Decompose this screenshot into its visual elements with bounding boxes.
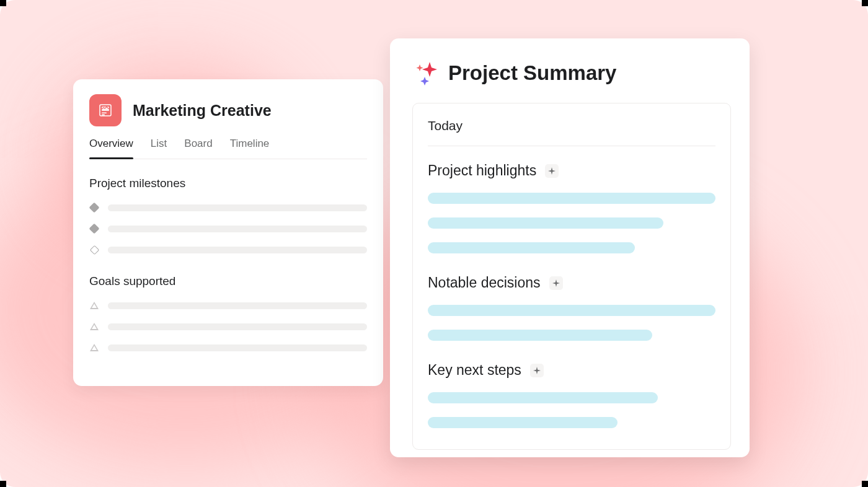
subsection-title: Notable decisions <box>428 274 541 291</box>
goals-section-title: Goals supported <box>89 274 367 288</box>
content-placeholder <box>428 217 663 229</box>
svg-rect-2 <box>102 113 107 114</box>
summary-header: Project Summary <box>412 59 731 87</box>
tabs: Overview List Board Timeline <box>89 138 367 159</box>
subsection-title: Project highlights <box>428 162 536 179</box>
project-header: Marketing Creative <box>89 94 367 126</box>
subsection-title: Key next steps <box>428 362 521 379</box>
ai-sparkle-icon[interactable] <box>530 364 544 377</box>
today-label: Today <box>428 118 715 146</box>
content-placeholder <box>428 330 652 341</box>
tab-list[interactable]: List <box>151 138 167 159</box>
milestone-row <box>89 203 367 213</box>
milestone-complete-icon <box>89 224 99 234</box>
svg-rect-3 <box>102 115 105 116</box>
subsection-next-steps: Key next steps <box>428 362 715 379</box>
ai-sparkle-icon[interactable] <box>549 276 563 290</box>
sparkle-icon <box>412 59 440 87</box>
tab-timeline[interactable]: Timeline <box>230 138 270 159</box>
milestones-section-title: Project milestones <box>89 177 367 190</box>
content-placeholder <box>428 417 618 428</box>
placeholder-line <box>108 344 367 351</box>
goal-icon <box>89 322 99 331</box>
project-icon <box>89 94 122 126</box>
milestone-row <box>89 245 367 255</box>
milestone-row <box>89 224 367 234</box>
project-card: Marketing Creative Overview List Board T… <box>73 79 383 386</box>
content-placeholder <box>428 242 635 253</box>
summary-body: Today Project highlights Notable decisio… <box>412 103 731 450</box>
goal-icon <box>89 343 99 353</box>
goal-icon <box>89 301 99 310</box>
milestone-open-icon <box>89 245 99 255</box>
placeholder-line <box>108 204 367 211</box>
content-placeholder <box>428 392 658 403</box>
summary-card: Project Summary Today Project highlights… <box>390 38 750 457</box>
placeholder-line <box>108 247 367 253</box>
content-placeholder <box>428 193 715 204</box>
subsection-highlights: Project highlights <box>428 162 715 179</box>
goal-row <box>89 343 367 353</box>
content-placeholder <box>428 305 715 316</box>
subsection-decisions: Notable decisions <box>428 274 715 291</box>
placeholder-line <box>108 323 367 330</box>
tab-overview[interactable]: Overview <box>89 138 133 159</box>
goal-row <box>89 301 367 310</box>
goal-row <box>89 322 367 331</box>
milestone-complete-icon <box>89 203 99 213</box>
svg-rect-1 <box>102 107 109 111</box>
project-title: Marketing Creative <box>133 102 272 120</box>
tab-board[interactable]: Board <box>184 138 212 159</box>
placeholder-line <box>108 226 367 232</box>
placeholder-line <box>108 302 367 309</box>
summary-title: Project Summary <box>448 61 616 85</box>
ai-sparkle-icon[interactable] <box>545 164 559 178</box>
